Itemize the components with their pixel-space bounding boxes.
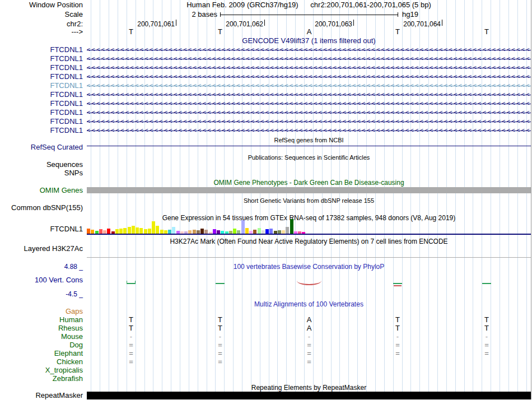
gencode-transcript-model[interactable]: <<<<<<<<<<<<<<<<<<<<<<<<<<<<<<<<<<<<<<<<… — [87, 118, 531, 126]
alignment-base: - — [392, 333, 403, 341]
dbsnp-track-label[interactable]: Common dbSNP(155) — [0, 204, 84, 212]
gencode-transcript-label[interactable]: FTCDNL1 — [0, 91, 84, 99]
coordinate-label: 200,701,062 — [204, 20, 263, 28]
alignment-base: = — [304, 350, 315, 357]
gtex-tissue-bar[interactable] — [168, 230, 171, 234]
gtex-tissue-bar[interactable] — [265, 229, 269, 234]
gtex-tissue-bar[interactable] — [258, 228, 261, 234]
gtex-tissue-bar[interactable] — [128, 227, 131, 234]
gtex-tissue-bar[interactable] — [99, 229, 102, 234]
alignment-base: A — [304, 316, 315, 324]
multiz-species-label[interactable]: X_tropicalis — [0, 366, 84, 374]
alignment-base: - — [125, 333, 137, 341]
alignment-base: T — [481, 324, 492, 332]
image-right-border — [531, 0, 531, 399]
gtex-tissue-bar[interactable] — [193, 230, 196, 234]
gtex-tissue-bar[interactable] — [160, 230, 164, 234]
gtex-tissue-bar[interactable] — [204, 230, 208, 234]
multiz-species-label[interactable]: Dog — [0, 341, 84, 349]
gtex-gene-model-line[interactable] — [87, 234, 531, 235]
scale-assembly-name: hg19 — [402, 11, 418, 18]
omim-gene-item[interactable] — [87, 187, 531, 193]
gencode-transcript-model[interactable]: <<<<<<<<<<<<<<<<<<<<<<<<<<<<<<<<<<<<<<<<… — [87, 127, 531, 134]
multiz-species-label[interactable]: Human — [0, 316, 84, 324]
gencode-transcript-model[interactable]: <<<<<<<<<<<<<<<<<<<<<<<<<<<<<<<<<<<<<<<<… — [87, 82, 531, 90]
alignment-base: = — [481, 350, 492, 357]
gencode-transcript-model[interactable]: <<<<<<<<<<<<<<<<<<<<<<<<<<<<<<<<<<<<<<<<… — [87, 100, 531, 108]
multiz-species-label[interactable]: Rhesus — [0, 324, 84, 332]
alignment-base: - — [214, 333, 226, 341]
gencode-transcript-label[interactable]: FTCDNL1 — [0, 64, 84, 72]
alignment-base: = — [481, 341, 492, 349]
multiz-species-label[interactable]: Chicken — [0, 358, 84, 366]
h3k27ac-track-title: H3K27Ac Mark (Often Found Near Active Re… — [87, 238, 531, 245]
gencode-transcript-model[interactable]: <<<<<<<<<<<<<<<<<<<<<<<<<<<<<<<<<<<<<<<<… — [87, 91, 531, 99]
alignment-base: = — [304, 341, 315, 349]
gtex-tissue-bar[interactable] — [152, 221, 155, 234]
gtex-expression-chart[interactable] — [87, 219, 306, 234]
gencode-transcript-label[interactable]: FTCDNL1 — [0, 73, 84, 81]
gencode-transcript-label[interactable]: FTCDNL1 — [0, 82, 84, 90]
multiz-species-label[interactable]: Elephant — [0, 350, 84, 357]
gtex-tissue-bar[interactable] — [132, 226, 135, 234]
gencode-transcript-label[interactable]: FTCDNL1 — [0, 109, 84, 117]
refseq-curated-item[interactable] — [87, 146, 531, 146]
gtex-tissue-bar[interactable] — [87, 229, 90, 234]
repeatmasker-track-title: Repeating Elements by RepeatMasker — [87, 384, 531, 392]
gencode-transcript-label[interactable]: FTCDNL1 — [0, 100, 84, 108]
repeatmasker-track-label[interactable]: RepeatMasker — [0, 392, 84, 399]
publications-sequences-label[interactable]: Sequences — [0, 161, 84, 169]
gtex-tissue-bar[interactable] — [290, 219, 293, 234]
repeatmasker-item[interactable] — [87, 392, 531, 399]
omim-genes-label[interactable]: OMIM Genes — [0, 187, 84, 194]
h3k27ac-baseline — [87, 257, 531, 258]
phylop-positive-mark — [482, 283, 491, 284]
gtex-tissue-bar[interactable] — [107, 229, 110, 234]
gtex-tissue-bar[interactable] — [136, 227, 139, 234]
gtex-tissue-bar[interactable] — [245, 228, 249, 234]
gtex-tissue-bar[interactable] — [241, 220, 245, 234]
gencode-transcript-model[interactable]: <<<<<<<<<<<<<<<<<<<<<<<<<<<<<<<<<<<<<<<<… — [87, 64, 531, 72]
refseq-curated-label[interactable]: RefSeq Curated — [0, 143, 84, 151]
gtex-tissue-bar[interactable] — [253, 230, 256, 234]
gtex-tissue-bar[interactable] — [213, 229, 216, 234]
reference-base: T — [481, 28, 492, 36]
gencode-transcript-model[interactable]: <<<<<<<<<<<<<<<<<<<<<<<<<<<<<<<<<<<<<<<<… — [87, 73, 531, 81]
gencode-transcript-model[interactable]: <<<<<<<<<<<<<<<<<<<<<<<<<<<<<<<<<<<<<<<<… — [87, 46, 531, 54]
gtex-tissue-bar[interactable] — [156, 226, 159, 234]
multiz-species-label[interactable]: Mouse — [0, 333, 84, 341]
gtex-tissue-bar[interactable] — [139, 228, 143, 234]
reference-base: T — [125, 28, 137, 36]
publications-snps-label[interactable]: SNPs — [0, 169, 84, 177]
gencode-transcript-label[interactable]: FTCDNL1 — [0, 46, 84, 54]
gtex-tissue-bar[interactable] — [286, 227, 289, 234]
refseq-track-title: RefSeq genes from NCBI — [87, 136, 531, 144]
gencode-transcript-model[interactable]: <<<<<<<<<<<<<<<<<<<<<<<<<<<<<<<<<<<<<<<<… — [87, 109, 531, 117]
h3k27ac-track-label[interactable]: Layered H3K27Ac — [0, 245, 84, 253]
multiz-species-label[interactable]: Gaps — [0, 308, 84, 315]
gencode-track-title: GENCODE V49lift37 (1 items filtered out) — [87, 37, 531, 45]
phylop-positive-mark — [393, 283, 402, 284]
gtex-tissue-bar[interactable] — [91, 230, 94, 234]
gencode-transcript-label[interactable]: FTCDNL1 — [0, 118, 84, 126]
multiz-species-label[interactable]: Zebrafish — [0, 375, 84, 383]
assembly-position-title: Human Feb. 2009 (GRCh37/hg19) chr2:200,7… — [87, 1, 531, 9]
gencode-transcript-label[interactable]: FTCDNL1 — [0, 127, 84, 134]
scale-label: Scale — [0, 11, 84, 18]
gencode-transcript-model[interactable]: <<<<<<<<<<<<<<<<<<<<<<<<<<<<<<<<<<<<<<<<… — [87, 55, 531, 63]
gtex-tissue-bar[interactable] — [233, 229, 236, 234]
gtex-tissue-bar[interactable] — [269, 229, 273, 234]
gtex-tissue-bar[interactable] — [144, 229, 147, 234]
alignment-base: = — [214, 350, 226, 357]
gtex-tissue-bar[interactable] — [172, 227, 175, 234]
gtex-tissue-bar[interactable] — [115, 229, 119, 234]
gtex-gene-label[interactable]: FTCDNL1 — [0, 225, 84, 233]
phylop-track-label[interactable]: 100 Vert. Cons — [0, 276, 84, 284]
alignment-base: = — [392, 341, 403, 349]
gtex-tissue-bar[interactable] — [200, 229, 204, 234]
alignment-base: = — [214, 341, 226, 349]
gencode-transcript-label[interactable]: FTCDNL1 — [0, 55, 84, 63]
gtex-tissue-bar[interactable] — [123, 228, 127, 234]
gtex-tissue-bar[interactable] — [119, 229, 123, 234]
gtex-tissue-bar[interactable] — [148, 229, 151, 234]
